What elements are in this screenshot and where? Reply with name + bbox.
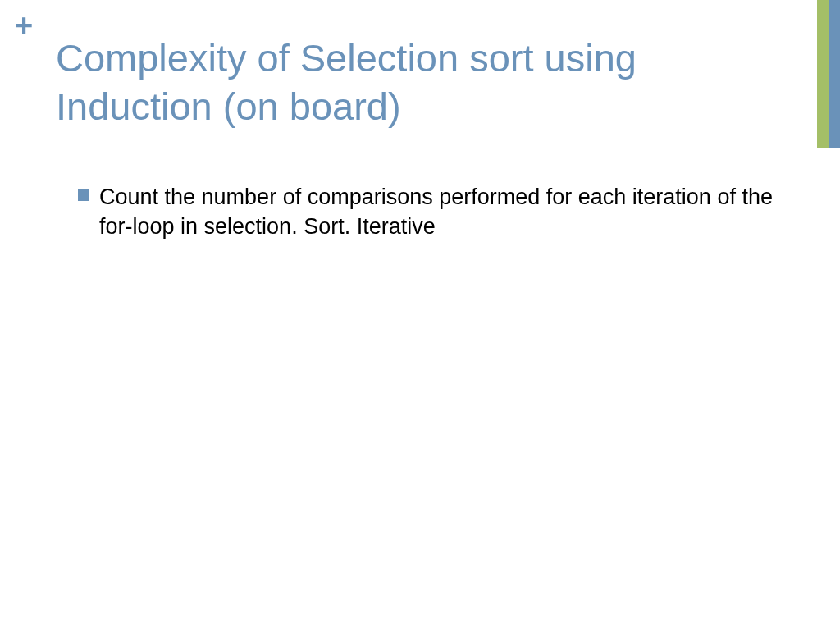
- plus-decoration-icon: +: [15, 10, 33, 41]
- slide-title: Complexity of Selection sort using Induc…: [56, 34, 799, 131]
- blue-accent-bar: [829, 0, 840, 148]
- accent-bars: [817, 0, 840, 148]
- bullet-square-icon: [78, 189, 89, 201]
- green-accent-bar: [817, 0, 829, 148]
- bullet-text: Count the number of comparisons performe…: [99, 182, 783, 242]
- slide-body: Count the number of comparisons performe…: [78, 182, 783, 242]
- bullet-item: Count the number of comparisons performe…: [78, 182, 783, 242]
